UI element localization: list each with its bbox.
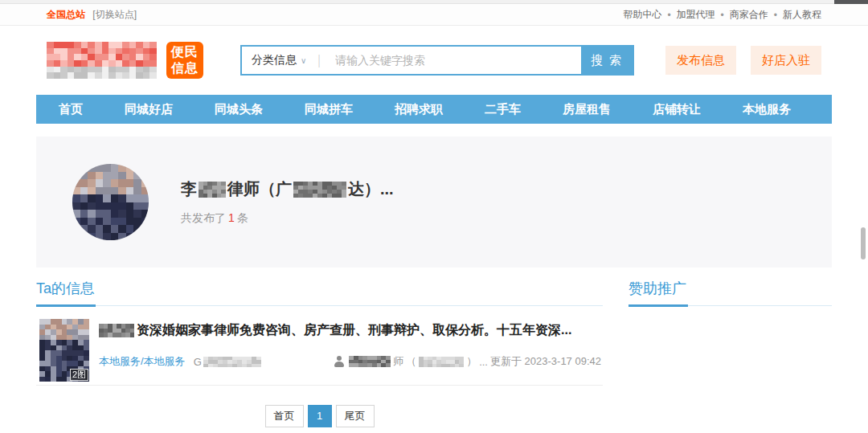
main-nav: 首页同城好店同城头条同城拼车招聘求职二手车房屋租售店铺转让本地服务批发采购 xyxy=(0,95,868,124)
profile-name-part2: 律师（广 xyxy=(227,178,292,200)
image-count-badge: 2图 xyxy=(70,369,88,381)
pagination-first-button[interactable]: 首页 xyxy=(265,405,304,427)
posts-prefix: 共发布了 xyxy=(181,211,226,224)
redacted-name-block xyxy=(199,182,226,198)
avatar xyxy=(72,164,149,240)
code-prefix: G xyxy=(194,356,202,368)
user-icon xyxy=(334,356,345,367)
nav-item-8[interactable]: 本地服务 xyxy=(722,95,812,124)
dot-separator: • xyxy=(774,10,777,21)
nav-item-4[interactable]: 招聘求职 xyxy=(374,95,464,124)
bianmin-logo-icon[interactable]: 便民 信息 xyxy=(166,42,203,79)
search-category-dropdown[interactable]: 分类信息 ∨ xyxy=(242,53,313,67)
profile-name-part3: 达）... xyxy=(348,178,394,200)
site-logo-image[interactable] xyxy=(47,42,157,79)
chevron-down-icon: ∨ xyxy=(301,56,306,65)
utility-topbar: 全国总站 [切换站点] 帮助中心•加盟代理•商家合作•新人教程 xyxy=(0,4,868,26)
redacted-publisher-block xyxy=(349,356,391,367)
redacted-firm-block xyxy=(293,182,346,198)
search-button[interactable]: 搜 索 xyxy=(581,47,633,74)
logo-text-line1: 便民 xyxy=(171,44,199,60)
publisher-suffix: 师 xyxy=(393,354,403,369)
profile-post-count: 共发布了1条 xyxy=(181,211,394,226)
paren-open: （ xyxy=(406,354,416,369)
dot-separator: • xyxy=(721,10,724,21)
nav-items: 首页同城好店同城头条同城拼车招聘求职二手车房屋租售店铺转让本地服务批发采购 xyxy=(36,95,832,124)
listing-title-link[interactable]: 资深婚姻家事律师免费咨询、房产查册、刑事辩护、取保分析。十五年资深... xyxy=(99,322,601,339)
listing-thumbnail[interactable]: 2图 xyxy=(39,319,89,382)
nav-item-7[interactable]: 店铺转让 xyxy=(632,95,722,124)
listing-title-text: 资深婚姻家事律师免费咨询、房产查册、刑事辩护、取保分析。十五年资深... xyxy=(137,322,571,339)
publisher-meta: 师 （ ） ... 更新于 2023-3-17 09:42 xyxy=(334,354,601,369)
listing-item: 2图 资深婚姻家事律师免费咨询、房产查册、刑事辩护、取保分析。十五年资深... … xyxy=(36,306,603,386)
search-bar: 分类信息 ∨ ｜ 搜 索 xyxy=(240,45,634,76)
search-input[interactable] xyxy=(326,54,581,67)
redacted-title-block xyxy=(99,324,134,337)
topbar-link-1[interactable]: 加盟代理 xyxy=(677,8,715,22)
section-title-sponsor: 赞助推广 xyxy=(628,279,832,306)
nav-item-0[interactable]: 首页 xyxy=(38,95,104,124)
search-divider: ｜ xyxy=(313,52,326,69)
search-category-label: 分类信息 xyxy=(252,53,297,67)
section-title-ta-info: Ta的信息 xyxy=(36,279,603,306)
site-selector: 全国总站 [切换站点] xyxy=(47,8,137,22)
listing-meta: 本地服务/本地服务 G 师 （ ） ... xyxy=(99,354,601,369)
topbar-link-3[interactable]: 新人教程 xyxy=(783,8,821,22)
switch-site-link[interactable]: [切换站点] xyxy=(92,9,137,20)
pagination-last-button[interactable]: 尾页 xyxy=(336,405,375,427)
post-info-button[interactable]: 发布信息 xyxy=(665,46,736,75)
current-site-link[interactable]: 全国总站 xyxy=(47,9,85,20)
avatar-redacted-image xyxy=(72,164,149,240)
nav-item-1[interactable]: 同城好店 xyxy=(104,95,194,124)
nav-item-3[interactable]: 同城拼车 xyxy=(284,95,374,124)
meta-ellipsis: ... xyxy=(479,356,488,368)
site-header: 便民 信息 分类信息 ∨ ｜ 搜 索 发布信息 好店入驻 xyxy=(0,26,868,95)
category-link[interactable]: 本地服务/本地服务 xyxy=(99,354,186,369)
redacted-publisher-region xyxy=(419,357,464,367)
pagination: 首页 1 尾页 xyxy=(36,405,603,427)
topbar-links: 帮助中心•加盟代理•商家合作•新人教程 xyxy=(623,8,821,22)
listing-code: G xyxy=(194,356,261,368)
posts-count: 1 xyxy=(228,211,235,224)
topbar-link-2[interactable]: 商家合作 xyxy=(730,8,768,22)
redacted-code-block xyxy=(203,357,261,367)
posts-suffix: 条 xyxy=(237,211,248,224)
nav-item-2[interactable]: 同城头条 xyxy=(194,95,284,124)
sponsor-column: 赞助推广 xyxy=(628,279,832,427)
shop-join-button[interactable]: 好店入驻 xyxy=(751,46,821,75)
pagination-page-1[interactable]: 1 xyxy=(308,405,332,427)
profile-panel: 李 律师（广 达）... 共发布了1条 xyxy=(0,137,868,268)
nav-item-6[interactable]: 房屋租售 xyxy=(542,95,632,124)
topbar-link-0[interactable]: 帮助中心 xyxy=(623,8,661,22)
user-info-column: Ta的信息 2图 资深婚姻家事律师免费咨询、房产查册、刑事辩护、取保分析。十五年… xyxy=(36,279,603,427)
nav-item-9[interactable]: 批发采购 xyxy=(812,95,868,124)
updated-timestamp: 更新于 2023-3-17 09:42 xyxy=(490,354,601,369)
dot-separator: • xyxy=(667,10,670,21)
scrollbar-thumb[interactable] xyxy=(861,227,866,259)
profile-name: 李 律师（广 达）... xyxy=(181,178,394,200)
paren-close: ） xyxy=(466,354,477,369)
profile-name-part1: 李 xyxy=(181,178,197,200)
logo-text-line2: 信息 xyxy=(171,60,199,76)
nav-item-5[interactable]: 二手车 xyxy=(464,95,542,124)
